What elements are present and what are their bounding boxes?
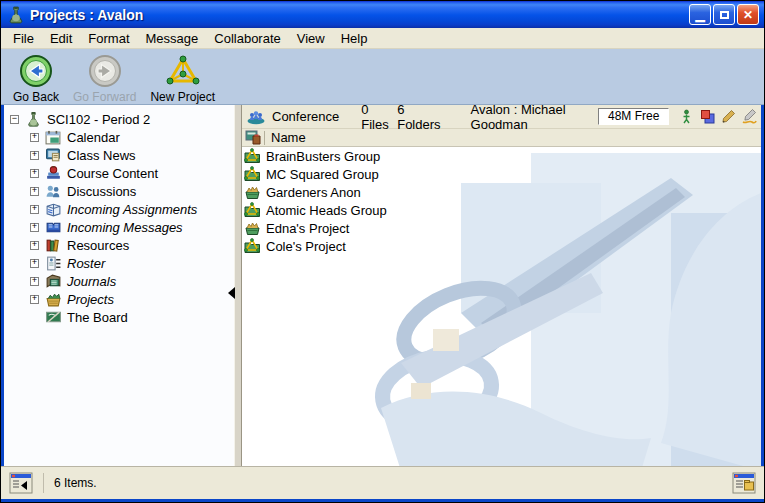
column-divider	[264, 131, 265, 145]
tree-item-incoming-messages[interactable]: + Incoming Messages	[6, 218, 234, 236]
tree-item-label: Discussions	[67, 184, 136, 199]
course-tree-panel: − SCI102 - Period 2 + Calendar + Class N…	[4, 105, 234, 466]
list-item-ednas-project[interactable]: Edna's Project	[242, 219, 761, 237]
discussions-icon	[45, 183, 62, 199]
tree-item-label: Journals	[67, 274, 116, 289]
project-list: BrainBusters Group MC Squared Group Gard…	[242, 147, 761, 466]
assignments-icon	[45, 201, 62, 217]
list-item-label: BrainBusters Group	[266, 149, 380, 164]
tree-item-journals[interactable]: + Journals	[6, 272, 234, 290]
tree-item-label: Course Content	[67, 166, 158, 181]
list-item-label: MC Squared Group	[266, 167, 379, 182]
tree-item-roster[interactable]: + Roster	[6, 254, 234, 272]
tree-root-sci102[interactable]: − SCI102 - Period 2	[6, 110, 234, 128]
tree-item-projects[interactable]: + Projects	[6, 290, 234, 308]
go-forward-icon	[88, 54, 122, 88]
expand-toggle-icon[interactable]: +	[30, 169, 39, 178]
tree-item-class-news[interactable]: + Class News	[6, 146, 234, 164]
tree-item-course-content[interactable]: + Course Content	[6, 164, 234, 182]
list-item-label: Edna's Project	[266, 221, 349, 236]
sort-by-name-icon	[245, 130, 262, 145]
list-item-label: Gardeners Anon	[266, 185, 361, 200]
conference-icon	[246, 108, 266, 125]
tree-item-the-board[interactable]: The Board	[6, 308, 234, 326]
tree-item-label: Incoming Messages	[67, 220, 183, 235]
list-item-coles-project[interactable]: Cole's Project	[242, 237, 761, 255]
list-item-atomic-heads[interactable]: Atomic Heads Group	[242, 201, 761, 219]
item-count-label: 6 Items.	[54, 476, 732, 490]
conference-panel: Conference 0 Files 6 Folders Avalon : Mi…	[242, 105, 761, 466]
toolbar: Go Back Go Forward New Project	[1, 49, 764, 105]
tree-item-discussions[interactable]: + Discussions	[6, 182, 234, 200]
tree-root-label: SCI102 - Period 2	[47, 112, 150, 127]
list-item-gardeners[interactable]: Gardeners Anon	[242, 183, 761, 201]
menu-view[interactable]: View	[289, 29, 333, 48]
list-item-mc-squared[interactable]: MC Squared Group	[242, 165, 761, 183]
journals-icon	[45, 273, 62, 289]
maximize-button[interactable]	[713, 4, 735, 25]
title-bar: Projects : Avalon ▁ ✕	[1, 1, 764, 28]
expand-toggle-icon[interactable]: +	[30, 133, 39, 142]
minimize-button[interactable]: ▁	[689, 4, 711, 25]
project-folder-icon	[244, 202, 261, 218]
project-folder-icon	[244, 238, 261, 254]
conference-label: Conference	[272, 109, 339, 124]
menu-help[interactable]: Help	[333, 29, 376, 48]
name-column-label: Name	[271, 130, 306, 145]
tree-item-calendar[interactable]: + Calendar	[6, 128, 234, 146]
menu-file[interactable]: File	[5, 29, 42, 48]
go-forward-label: Go Forward	[73, 90, 136, 104]
news-icon	[45, 147, 62, 163]
application-window: Projects : Avalon ▁ ✕ File Edit Format M…	[0, 0, 765, 503]
go-back-icon	[19, 54, 53, 88]
new-project-button[interactable]: New Project	[146, 53, 219, 105]
menu-format[interactable]: Format	[80, 29, 137, 48]
collapse-panel-arrow-icon[interactable]	[228, 287, 235, 299]
tree-item-resources[interactable]: + Resources	[6, 236, 234, 254]
project-folder-icon	[244, 148, 261, 164]
expand-toggle-icon[interactable]: +	[30, 259, 39, 268]
menu-message[interactable]: Message	[138, 29, 207, 48]
project-basket-icon	[244, 184, 261, 200]
toggle-tree-panel-icon[interactable]	[9, 472, 33, 494]
expand-toggle-icon[interactable]: +	[30, 187, 39, 196]
panel-splitter[interactable]	[234, 105, 242, 466]
person-icon[interactable]	[679, 109, 694, 124]
course-content-icon	[45, 165, 62, 181]
tree-item-label: Roster	[67, 256, 105, 271]
tree-item-incoming-assignments[interactable]: + Incoming Assignments	[6, 200, 234, 218]
calendar-icon	[45, 129, 62, 145]
status-divider	[43, 473, 44, 493]
list-item-brainbusters[interactable]: BrainBusters Group	[242, 147, 761, 165]
tree-item-label: The Board	[67, 310, 128, 325]
signature-pencil-icon[interactable]	[742, 109, 757, 124]
expand-toggle-icon[interactable]: +	[30, 295, 39, 304]
tree-item-label: Class News	[67, 148, 136, 163]
name-column-header[interactable]: Name	[242, 129, 761, 147]
project-basket-icon	[244, 220, 261, 236]
free-space-indicator: 48M Free	[598, 108, 669, 125]
expand-toggle-icon[interactable]: +	[30, 223, 39, 232]
header-icon-group	[679, 109, 757, 124]
folders-icon[interactable]	[700, 109, 715, 124]
expand-toggle-icon[interactable]: +	[30, 151, 39, 160]
expand-toggle-icon[interactable]: +	[30, 277, 39, 286]
go-back-button[interactable]: Go Back	[9, 53, 63, 105]
tree-item-label: Resources	[67, 238, 129, 253]
status-bar: 6 Items.	[1, 466, 764, 499]
projects-icon	[45, 291, 62, 307]
layout-view-icon[interactable]	[732, 472, 756, 494]
menu-collaborate[interactable]: Collaborate	[206, 29, 289, 48]
menu-edit[interactable]: Edit	[42, 29, 80, 48]
expand-toggle-icon[interactable]: +	[30, 241, 39, 250]
go-forward-button[interactable]: Go Forward	[69, 53, 140, 105]
new-project-label: New Project	[150, 90, 215, 104]
list-item-label: Atomic Heads Group	[266, 203, 387, 218]
close-button[interactable]: ✕	[737, 4, 759, 25]
window-title: Projects : Avalon	[30, 7, 687, 23]
expand-toggle-icon[interactable]: +	[30, 205, 39, 214]
collapse-toggle-icon[interactable]: −	[10, 115, 19, 124]
pencil-icon[interactable]	[721, 109, 736, 124]
messages-icon	[45, 219, 62, 235]
main-content: − SCI102 - Period 2 + Calendar + Class N…	[1, 105, 764, 466]
